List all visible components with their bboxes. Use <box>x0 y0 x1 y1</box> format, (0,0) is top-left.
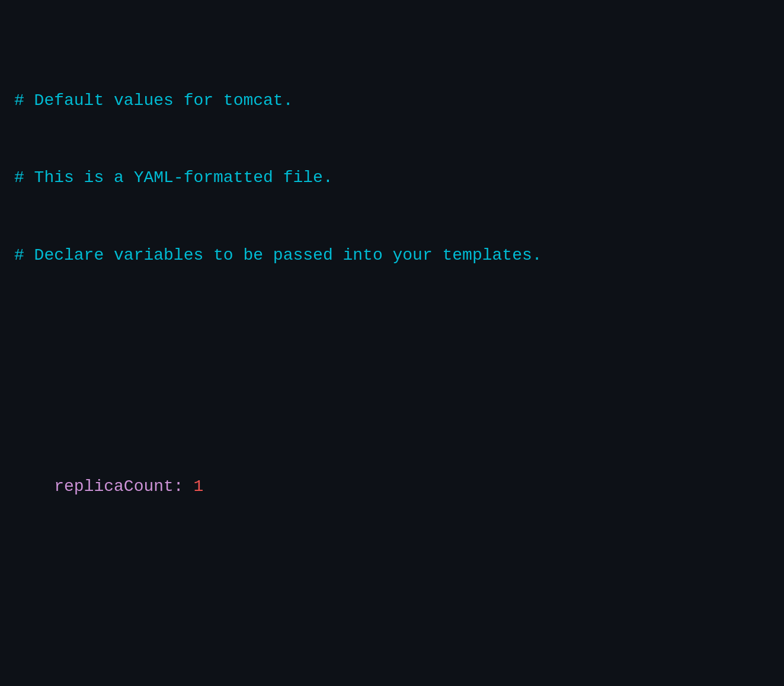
replica-count-line: replicaCount: 1 <box>14 448 770 525</box>
comment-line-1: # Default values for tomcat. <box>14 88 770 113</box>
comment-line-3: # Declare variables to be passed into yo… <box>14 243 770 268</box>
code-editor: # Default values for tomcat. # This is a… <box>14 11 770 686</box>
replica-count-value: 1 <box>193 477 203 496</box>
comment-line-2: # This is a YAML-formatted file. <box>14 165 770 190</box>
replica-count-key: replicaCount <box>54 477 174 496</box>
